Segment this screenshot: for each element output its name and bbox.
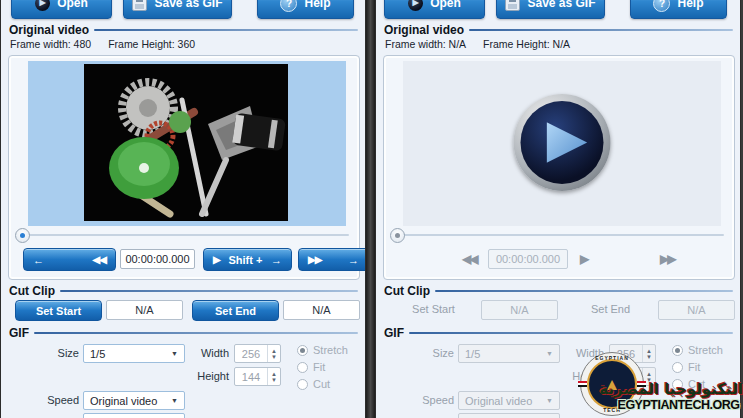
frame-info: Frame width: N/A Frame Height: N/A xyxy=(385,38,570,50)
framerate-dropdown[interactable]: 1/4 ▼ xyxy=(83,413,185,418)
start-time-value: N/A xyxy=(106,300,183,320)
open-play-icon: ▶ xyxy=(408,0,423,11)
size-label: Size xyxy=(390,347,454,359)
original-video-title: Original video xyxy=(384,23,464,37)
cut-clip-group-header: Cut Clip xyxy=(9,284,358,298)
radio-fit: Fit xyxy=(297,361,325,373)
save-button-label: Save as GIF xyxy=(154,0,222,10)
transport-controls: ◀◀ 00:00:00.000 ▶ ▶▶ xyxy=(390,248,728,273)
original-video-group-header: Original video xyxy=(9,23,358,37)
set-end-label: Set End xyxy=(215,305,256,317)
width-value: 256 xyxy=(235,345,267,362)
fast-forward-icon: ▶▶ xyxy=(660,252,674,266)
width-stepper: 256 ▲▼ xyxy=(609,344,656,363)
video-groupbox: ← ◀◀ 00:00:00.000 ▶ Shift + → ▶▶ → xyxy=(8,55,360,280)
help-button-label: Help xyxy=(677,0,703,10)
cut-clip-row: Set Start N/A Set End N/A xyxy=(1,300,365,322)
start-value-text: N/A xyxy=(510,304,528,316)
time-display[interactable]: 00:00:00.000 xyxy=(120,249,195,269)
open-button-label: Open xyxy=(430,0,461,10)
time-value: 00:00:00.000 xyxy=(125,253,189,265)
fast-forward-icon: ▶▶ xyxy=(308,254,321,265)
speed-dropdown[interactable]: Original video ▼ xyxy=(83,391,185,410)
stepper-arrows-icon: ▲▼ xyxy=(642,345,655,362)
step-forward-button[interactable]: ▶▶ → xyxy=(298,248,366,271)
height-value: 144 xyxy=(610,368,642,385)
set-start-button-disabled: Set Start xyxy=(390,303,477,315)
video-to-gif-app: ▶ Open Save as GIF ? Help Original video… xyxy=(0,0,743,418)
seek-slider-thumb xyxy=(390,228,405,243)
back-arrow-icon: ← xyxy=(33,254,44,266)
gif-group-header: GIF xyxy=(384,326,733,340)
framerate-dropdown: 1/4 ▼ xyxy=(458,413,560,418)
help-button[interactable]: ? Help xyxy=(257,0,354,19)
radio-cut: Cut xyxy=(297,378,330,390)
play-icon: ▶ xyxy=(213,254,220,265)
end-value-text: N/A xyxy=(312,304,330,316)
seek-slider-track xyxy=(397,234,724,236)
size-dropdown[interactable]: 1/5 ▼ xyxy=(83,344,185,363)
help-button[interactable]: ? Help xyxy=(630,0,727,19)
video-frame xyxy=(84,64,288,221)
time-value: 00:00:00.000 xyxy=(496,253,560,265)
radio-fit-label: Fit xyxy=(688,361,700,373)
seek-slider[interactable] xyxy=(15,228,353,243)
set-end-button[interactable]: Set End xyxy=(192,300,279,321)
radio-circle-icon xyxy=(672,345,683,356)
play-triangle-icon xyxy=(543,120,589,166)
chevron-down-icon: ▼ xyxy=(171,397,178,404)
video-frame-graphic xyxy=(84,64,288,221)
radio-circle-icon xyxy=(672,362,683,373)
start-value-text: N/A xyxy=(135,304,153,316)
help-button-label: Help xyxy=(304,0,330,10)
save-as-gif-button[interactable]: Save as GIF xyxy=(496,0,605,19)
radio-stretch: Stretch xyxy=(297,344,348,356)
video-display-area xyxy=(403,61,721,226)
video-display-area xyxy=(28,61,346,226)
cut-clip-row: Set Start N/A Set End N/A xyxy=(376,300,740,322)
set-start-button[interactable]: Set Start xyxy=(15,300,102,321)
play-button-face xyxy=(521,101,604,184)
shift-label: Shift + xyxy=(228,254,262,266)
original-video-title: Original video xyxy=(9,23,89,37)
open-button[interactable]: ▶ Open xyxy=(11,0,112,19)
set-end-button-disabled: Set End xyxy=(567,303,654,315)
height-label: Height xyxy=(171,370,229,382)
radio-fit: Fit xyxy=(672,361,700,373)
end-time-value: N/A xyxy=(658,300,735,320)
speed-label: Speed xyxy=(15,394,79,406)
radio-cut-label: Cut xyxy=(688,378,705,390)
width-value: 256 xyxy=(610,345,642,362)
radio-stretch: Stretch xyxy=(672,344,723,356)
frame-height-label: Frame Height: 360 xyxy=(108,38,195,50)
save-floppy-icon xyxy=(132,0,147,11)
save-as-gif-button[interactable]: Save as GIF xyxy=(123,0,232,19)
save-floppy-icon xyxy=(505,0,520,11)
seek-slider-thumb[interactable] xyxy=(15,228,30,243)
height-value: 144 xyxy=(235,368,267,385)
radio-circle-icon xyxy=(297,345,308,356)
original-video-group-header: Original video xyxy=(384,23,733,37)
speed-value: Original video xyxy=(465,395,532,407)
big-play-button[interactable] xyxy=(514,94,611,191)
frame-width-label: Frame width: 480 xyxy=(10,38,91,50)
open-play-icon: ▶ xyxy=(35,0,50,11)
size-label: Size xyxy=(15,347,79,359)
radio-cut: Cut xyxy=(672,378,705,390)
gif-group-header: GIF xyxy=(9,326,358,340)
size-value: 1/5 xyxy=(90,348,105,360)
radio-cut-label: Cut xyxy=(313,378,330,390)
height-label: Height xyxy=(546,370,604,382)
step-back-button[interactable]: ← ◀◀ xyxy=(23,248,116,271)
gif-title: GIF xyxy=(384,326,404,340)
speed-value: Original video xyxy=(90,395,157,407)
frame-info: Frame width: 480 Frame Height: 360 xyxy=(10,38,195,50)
seek-slider-track[interactable] xyxy=(22,234,349,236)
speed-dropdown: Original video ▼ xyxy=(458,391,560,410)
rewind-icon: ◀◀ xyxy=(93,254,106,265)
forward-arrow-icon: → xyxy=(348,254,359,266)
save-button-label: Save as GIF xyxy=(527,0,595,10)
stepper-arrows-icon: ▲▼ xyxy=(267,368,280,385)
shift-forward-button[interactable]: ▶ Shift + → xyxy=(203,248,292,271)
open-button[interactable]: ▶ Open xyxy=(384,0,485,19)
